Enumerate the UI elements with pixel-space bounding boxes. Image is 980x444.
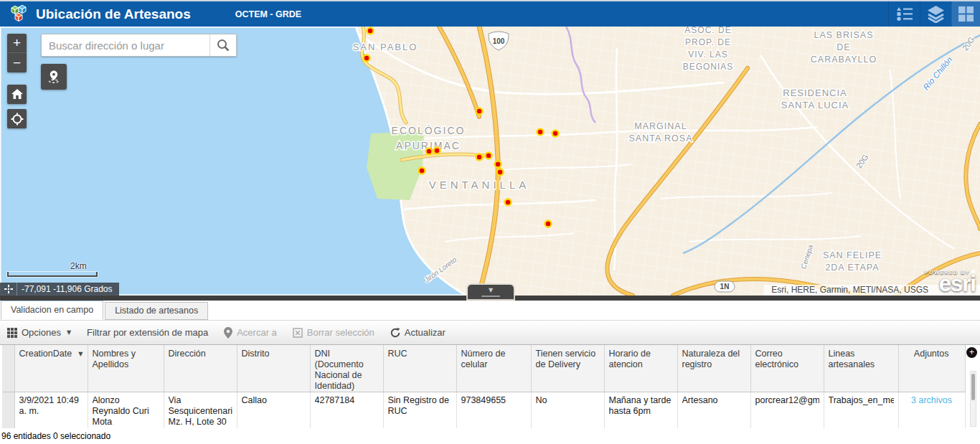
map-label-marginal-2: SANTA ROSA xyxy=(629,133,693,143)
artisan-marker[interactable] xyxy=(434,148,440,154)
table-header-row: CreationDate▼ Nombres y Apellidos Direcc… xyxy=(2,345,965,392)
my-location-button[interactable] xyxy=(7,109,27,128)
grid-apps-icon xyxy=(958,6,974,22)
artisan-marker[interactable] xyxy=(505,199,512,206)
cell-ruc: Sin Registro de RUC xyxy=(383,392,456,429)
column-header-horario[interactable]: Horario de atencion xyxy=(604,345,677,392)
column-header-naturaleza[interactable]: Naturaleza del registro xyxy=(677,345,750,392)
app-window: Ubicación de Artesanos OCTEM - GRDE xyxy=(0,0,980,444)
zoom-in-button[interactable]: + xyxy=(7,34,27,53)
map-label-san-pablo: SAN PABLO xyxy=(353,42,418,52)
zoom-out-button[interactable]: − xyxy=(7,53,27,72)
home-extent-button[interactable] xyxy=(7,85,27,104)
tab-validacion-en-campo[interactable]: Validacion en campo xyxy=(1,301,103,320)
search-input[interactable] xyxy=(42,34,209,56)
column-header-distrito[interactable]: Distrito xyxy=(237,345,310,392)
column-header-creationdate[interactable]: CreationDate▼ xyxy=(14,345,88,392)
cell-correo: porcrear12@gmai xyxy=(750,392,824,429)
column-header-delivery[interactable]: Tienen servicio de Delivery xyxy=(531,345,604,392)
app-logo-icon xyxy=(6,4,27,24)
table-scrollbar-thumb[interactable] xyxy=(971,374,975,400)
cell-direccion: Via Sesquicentenario Mz. H, Lote 30 Urb. xyxy=(164,392,237,429)
coordinate-capture-button[interactable] xyxy=(0,283,17,296)
layers-widget-button[interactable] xyxy=(920,1,951,27)
cell-celular: 973849655 xyxy=(456,392,531,429)
svg-text:1N: 1N xyxy=(720,283,730,291)
table-scrollbar[interactable] xyxy=(970,371,976,427)
search-icon xyxy=(217,39,230,52)
clear-selection-button[interactable]: Borrar selección xyxy=(293,327,374,338)
artisan-marker[interactable] xyxy=(476,154,483,161)
column-header-nombres[interactable]: Nombres y Apellidos xyxy=(88,345,164,392)
column-header-direccion[interactable]: Dirección xyxy=(164,345,237,392)
page-subtitle: OCTEM - GRDE xyxy=(235,9,301,19)
map-canvas[interactable]: 100 1N SAN PABLO ASOC. DE PROP. DE VIV. … xyxy=(0,27,980,296)
sort-desc-icon: ▼ xyxy=(75,349,83,359)
tab-listado-de-artesanos[interactable]: Listado de artesanos xyxy=(105,302,208,320)
coordinate-widget: -77,091 -11,906 Grados xyxy=(0,283,119,296)
near-me-widget-button[interactable] xyxy=(41,64,67,90)
zoom-to-button[interactable]: Acercar a xyxy=(224,327,277,339)
map-label-residencia-2: SANTA LUCIA xyxy=(781,100,849,110)
chevron-down-icon: ▼ xyxy=(489,288,493,293)
legend-icon xyxy=(896,7,913,21)
column-header-selector[interactable] xyxy=(2,345,14,392)
location-pin-icon xyxy=(47,70,61,84)
column-header-lineas[interactable]: Lineas artesanales xyxy=(824,345,898,392)
search-button[interactable] xyxy=(209,34,236,56)
artisan-marker[interactable] xyxy=(497,169,504,176)
legend-widget-button[interactable] xyxy=(888,1,920,27)
artisan-marker[interactable] xyxy=(486,153,492,159)
add-column-button[interactable]: + xyxy=(966,347,977,358)
artisan-marker[interactable] xyxy=(419,168,425,174)
scalebar-label: 2km xyxy=(70,261,98,271)
refresh-button[interactable]: Actualizar xyxy=(390,327,446,338)
refresh-icon xyxy=(390,328,400,338)
table-status-bar: 96 entidades 0 seleccionado xyxy=(0,428,980,444)
map-label-brisas-3: CARABAYLLO xyxy=(811,55,877,65)
map-label-residencia-1: RESIDENCIA xyxy=(783,88,847,98)
page-title: Ubicación de Artesanos xyxy=(36,6,191,22)
map-label-asoc-2: PROP. DE xyxy=(685,37,731,47)
layers-icon xyxy=(927,6,945,23)
column-header-correo[interactable]: Correo electrónico xyxy=(750,345,824,392)
map-label-asoc-4: BEGONIAS xyxy=(683,62,734,72)
filter-by-map-extent-button[interactable]: Filtrar por extensión de mapa xyxy=(87,327,208,338)
map-label-ventanilla: VENTANILLA xyxy=(429,179,530,191)
map-label-ecologico-1: ECOLÓGICO xyxy=(392,125,466,136)
map-label-asoc-1: ASOC. DE xyxy=(684,27,731,35)
artisan-marker[interactable] xyxy=(367,28,374,34)
column-header-ruc[interactable]: RUC xyxy=(383,345,456,392)
artisan-marker[interactable] xyxy=(495,161,501,168)
table-row[interactable]: 3/9/2021 10:49 a. m. Alonzo Reynaldo Cur… xyxy=(2,392,965,429)
artisan-marker[interactable] xyxy=(537,129,544,136)
road-shield-1n: 1N xyxy=(715,281,735,292)
esri-wordmark: esri xyxy=(939,271,976,296)
options-grid-icon xyxy=(7,328,17,338)
attachments-link[interactable]: 3 archivos xyxy=(898,392,965,429)
apps-widget-button[interactable] xyxy=(951,1,980,27)
column-header-adjuntos[interactable]: Adjuntos xyxy=(898,345,965,392)
artisan-marker[interactable] xyxy=(476,108,483,115)
crosshair-icon xyxy=(4,285,13,293)
cell-naturaleza: Artesano xyxy=(677,392,750,429)
artisan-marker[interactable] xyxy=(552,131,559,137)
map-label-san-felipe-2: 2DA ETAPA xyxy=(825,263,879,273)
attribute-table: CreationDate▼ Nombres y Apellidos Direcc… xyxy=(0,345,980,428)
attribute-table-toolbar: Opciones ▼ Filtrar por extensión de mapa… xyxy=(0,320,980,345)
home-icon xyxy=(11,89,23,100)
column-header-dni[interactable]: DNI (Documento Nacional de Identidad) xyxy=(310,345,383,392)
artisan-marker[interactable] xyxy=(426,148,433,155)
pin-icon xyxy=(224,327,232,339)
header-widget-buttons xyxy=(888,1,980,27)
options-button[interactable]: Opciones ▼ xyxy=(7,327,71,338)
artisan-marker[interactable] xyxy=(545,221,552,227)
cell-nombres: Alonzo Reynaldo Curi Mota xyxy=(88,392,164,429)
panel-collapse-handle[interactable]: ▼ xyxy=(468,285,514,299)
column-header-celular[interactable]: Número de celular xyxy=(456,345,531,392)
row-selector-cell[interactable] xyxy=(2,392,14,429)
map-search xyxy=(41,34,237,57)
clear-selection-icon xyxy=(293,328,303,338)
cell-delivery: No xyxy=(531,392,604,429)
artisan-marker[interactable] xyxy=(364,55,370,62)
